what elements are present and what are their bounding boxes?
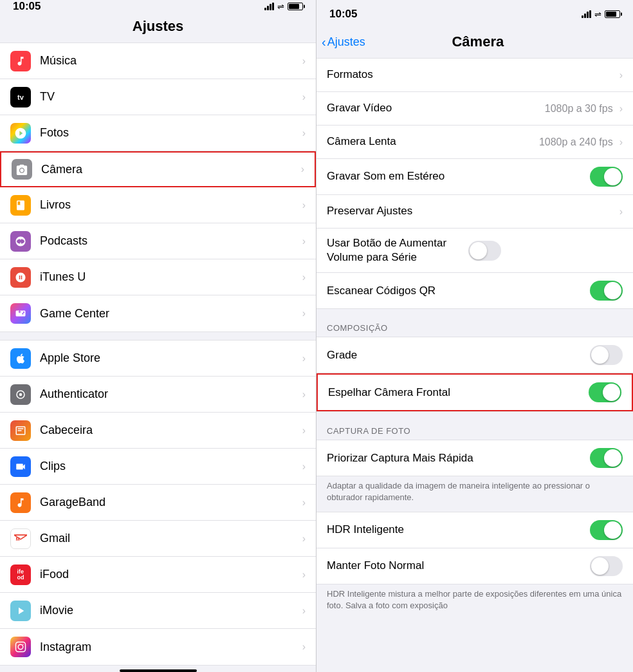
chevron-right-icon: › <box>302 353 306 364</box>
garageband-label: GarageBand <box>40 496 300 509</box>
chevron-right-icon: › <box>302 55 306 67</box>
musica-label: Música <box>40 54 300 68</box>
item-livros[interactable]: Livros › <box>0 187 316 223</box>
item-musica[interactable]: Música › <box>0 43 316 79</box>
chevron-right-icon: › <box>302 569 306 581</box>
home-indicator-left <box>120 669 197 672</box>
right-panel: 10:05 ⇌ ‹ Ajustes Câmera Formatos › <box>316 0 633 672</box>
item-camera[interactable]: Câmera › <box>0 151 316 187</box>
item-gamecenter[interactable]: Game Center › <box>0 295 316 331</box>
chevron-right-icon: › <box>302 605 306 617</box>
status-icons-right: ⇌ <box>582 10 620 19</box>
signal-icon <box>264 3 274 10</box>
left-group-2: Apple Store › Authenticator › Cabeceira … <box>0 340 316 666</box>
ifood-icon: ifeod <box>10 565 31 585</box>
status-bar-right: 10:05 ⇌ <box>316 0 633 28</box>
gmail-icon: M <box>10 528 31 549</box>
chevron-right-icon: › <box>302 461 306 472</box>
item-garageband[interactable]: GarageBand › <box>0 485 316 521</box>
chevron-right-icon: › <box>301 163 304 175</box>
chevron-right-icon: › <box>302 127 306 139</box>
chevron-right-icon: › <box>619 206 623 218</box>
formatos-label: Formatos <box>327 68 617 82</box>
manter-foto-label: Manter Foto Normal <box>327 559 590 573</box>
svg-text:M: M <box>16 536 20 542</box>
fotos-label: Fotos <box>40 126 300 140</box>
hdr-toggle[interactable] <box>590 520 623 540</box>
preservar-label: Preservar Ajustes <box>327 204 617 218</box>
priorizar-label: Priorizar Captura Mais Rápida <box>327 451 590 465</box>
imovie-icon <box>10 601 31 621</box>
chevron-right-icon: › <box>619 70 623 81</box>
item-preservar[interactable]: Preservar Ajustes › <box>316 195 633 229</box>
priorizar-note: Adaptar a qualidade da imagem de maneira… <box>316 476 633 511</box>
item-appstore[interactable]: Apple Store › <box>0 341 316 377</box>
item-espelhar: Espelhar Câmera Frontal <box>316 373 633 411</box>
left-title: Ajustes <box>133 18 183 34</box>
chevron-right-icon: › <box>302 236 306 247</box>
escanear-qr-toggle[interactable] <box>590 281 623 301</box>
item-instagram[interactable]: Instagram › <box>0 629 316 665</box>
right-group-3: Priorizar Captura Mais Rápida <box>316 440 633 476</box>
svg-rect-2 <box>18 428 24 429</box>
item-itunes[interactable]: iTunes U › <box>0 259 316 295</box>
right-group-1: Formatos › Gravar Vídeo 1080p a 30 fps ›… <box>316 58 633 309</box>
hdr-label: HDR Inteligente <box>327 523 590 537</box>
gamecenter-label: Game Center <box>40 307 300 321</box>
item-gmail[interactable]: M Gmail › <box>0 521 316 557</box>
chevron-right-icon: › <box>302 308 306 319</box>
gmail-label: Gmail <box>40 532 300 545</box>
svg-rect-6 <box>16 642 26 652</box>
grade-label: Grade <box>327 348 590 362</box>
item-podcasts[interactable]: Podcasts › <box>0 223 316 259</box>
item-tv[interactable]: tv TV › <box>0 79 316 115</box>
item-camera-lenta[interactable]: Câmera Lenta 1080p a 240 fps › <box>316 126 633 159</box>
chevron-right-icon: › <box>302 91 306 103</box>
espelhar-toggle[interactable] <box>589 382 621 402</box>
left-group-1: Música › tv TV › Fotos › Câmera › <box>0 42 316 332</box>
imovie-label: iMovie <box>40 604 300 617</box>
camera-lenta-label: Câmera Lenta <box>327 135 539 149</box>
escanear-qr-label: Escanear Códigos QR <box>327 284 590 298</box>
chevron-right-icon: › <box>619 103 623 115</box>
gravar-som-label: Gravar Som em Estéreo <box>327 169 590 183</box>
chevron-right-icon: › <box>302 389 306 400</box>
wifi-icon: ⇌ <box>594 10 601 19</box>
item-cabeceira[interactable]: Cabeceira › <box>0 413 316 449</box>
podcasts-label: Podcasts <box>40 234 300 248</box>
chevron-right-icon: › <box>302 533 306 545</box>
item-gravar-video[interactable]: Gravar Vídeo 1080p a 30 fps › <box>316 92 633 126</box>
item-fotos[interactable]: Fotos › <box>0 115 316 151</box>
tv-label: TV <box>40 90 300 104</box>
usar-botao-toggle[interactable] <box>468 241 501 261</box>
composicao-header: COMPOSIÇÃO <box>316 309 633 337</box>
grade-toggle[interactable] <box>590 345 623 365</box>
authenticator-icon <box>10 384 31 405</box>
authenticator-label: Authenticator <box>40 387 300 401</box>
priorizar-toggle[interactable] <box>590 448 623 468</box>
tv-icon: tv <box>10 87 31 107</box>
podcasts-icon <box>10 231 31 252</box>
item-grade: Grade <box>316 337 633 373</box>
manter-foto-toggle[interactable] <box>590 556 623 576</box>
section-gap-left <box>0 332 316 340</box>
gravar-som-toggle[interactable] <box>590 167 623 187</box>
item-formatos[interactable]: Formatos › <box>316 59 633 92</box>
item-imovie[interactable]: iMovie › <box>0 593 316 629</box>
time-left: 10:05 <box>13 0 41 13</box>
item-ifood[interactable]: ifeod iFood › <box>0 557 316 593</box>
item-escanear-qr: Escanear Códigos QR <box>316 273 633 308</box>
chevron-right-icon: › <box>302 425 306 436</box>
item-authenticator[interactable]: Authenticator › <box>0 377 316 413</box>
item-manter-foto: Manter Foto Normal <box>316 548 633 584</box>
books-icon <box>10 195 31 216</box>
ifood-label: iFood <box>40 568 300 581</box>
back-arrow-icon: ‹ <box>322 35 326 50</box>
appstore-label: Apple Store <box>40 351 300 365</box>
back-button[interactable]: ‹ Ajustes <box>322 35 365 50</box>
left-panel: 10:05 ⇌ Ajustes Música › <box>0 0 316 672</box>
chevron-right-icon: › <box>302 272 306 283</box>
garageband-icon <box>10 492 31 513</box>
cabeceira-label: Cabeceira <box>40 424 300 437</box>
item-clips[interactable]: Clips › <box>0 449 316 485</box>
